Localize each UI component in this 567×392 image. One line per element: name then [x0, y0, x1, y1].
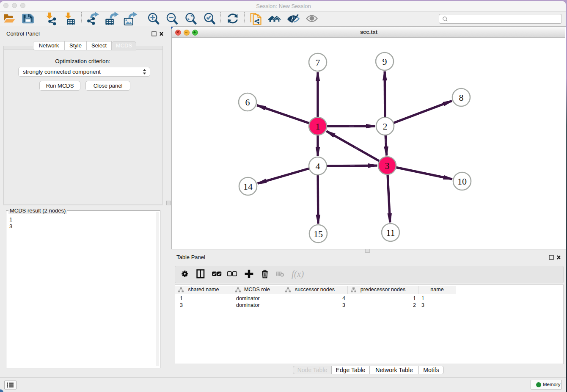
svg-text:f(x): f(x) [292, 269, 304, 279]
svg-text:6: 6 [245, 97, 250, 108]
svg-text:7: 7 [316, 57, 320, 68]
svg-text:10: 10 [457, 176, 467, 187]
svg-text:9: 9 [383, 56, 387, 67]
svg-text:14: 14 [243, 181, 253, 192]
svg-text:1: 1 [316, 121, 320, 132]
svg-text:11: 11 [386, 227, 395, 238]
svg-text:3: 3 [385, 160, 390, 171]
svg-text:4: 4 [316, 161, 320, 171]
svg-text:15: 15 [314, 229, 323, 239]
svg-text:8: 8 [459, 92, 464, 103]
svg-text:2: 2 [383, 121, 388, 132]
